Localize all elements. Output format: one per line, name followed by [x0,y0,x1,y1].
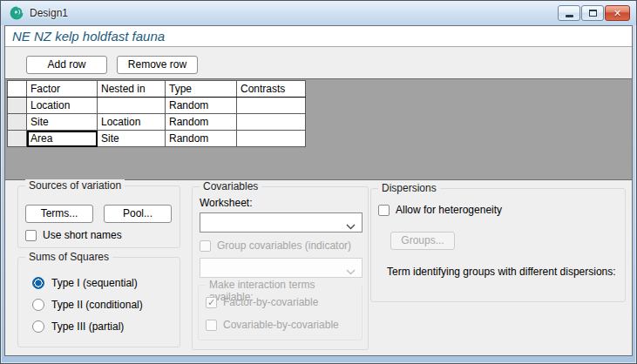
sources-of-variation-title: Sources of variation [25,179,125,192]
primer-spiral-icon [10,6,24,20]
sums-of-squares-title: Sums of Squares [25,251,112,263]
table-header-row: Factor Nested in Type Contrasts [8,81,306,98]
use-short-names-label: Use short names [43,229,122,241]
checkbox-icon [378,205,390,216]
factor-by-covariable-checkbox: ✓ Factor-by-covariable [206,296,318,308]
minimize-button[interactable] [558,5,580,21]
radio-icon [32,320,44,333]
allow-heterogeneity-label: Allow for heterogeneity [396,204,502,216]
dispersion-term-label: Term identifying groups with different d… [387,266,616,278]
allow-heterogeneity-checkbox[interactable]: Allow for heterogeneity [378,204,502,216]
worksheet-title-bar: NE NZ kelp holdfast fauna [5,26,632,47]
maximize-icon [589,10,597,17]
checkbox-icon [25,230,37,241]
cell-contrasts[interactable] [237,114,306,131]
window-title: Design1 [30,7,68,19]
sources-of-variation-group: Sources of variation Terms... Pool... Us… [17,185,180,248]
dispersions-title: Dispersions [378,182,440,194]
table-row: Location Random [8,98,306,114]
title-bar[interactable]: Design1 ✕ [1,1,636,25]
table-row: Area Site Random [8,131,306,147]
column-header-contrasts: Contrasts [237,81,306,98]
close-icon: ✕ [613,9,621,18]
pool-button[interactable]: Pool... [104,205,172,223]
checkbox-checked-icon: ✓ [206,297,217,308]
worksheet-dropdown[interactable] [200,212,363,233]
cell-type[interactable]: Random [166,114,237,131]
radio-icon [32,299,44,311]
factor-grid-area: Factor Nested in Type Contrasts Location… [5,78,632,180]
radio-type-iii-label: Type III (partial) [51,320,124,333]
maximize-button[interactable] [581,5,604,21]
cell-contrasts[interactable] [237,98,306,114]
column-header-type: Type [166,81,237,98]
checkbox-icon [200,240,211,252]
cell-nested-in[interactable] [98,98,166,114]
column-header-nested-in: Nested in [98,81,166,98]
terms-button[interactable]: Terms... [25,205,93,223]
factor-by-covariable-label: Factor-by-covariable [223,296,318,308]
cell-factor[interactable]: Location [27,98,98,114]
remove-row-button[interactable]: Remove row [117,56,198,74]
cell-contrasts[interactable] [237,131,306,147]
worksheet-label: Worksheet: [200,197,252,209]
cell-nested-in[interactable]: Location [98,114,166,131]
group-covariables-label: Group covariables (indicator) [217,239,351,252]
cell-factor[interactable]: Site [27,114,98,131]
radio-type-i[interactable]: Type I (sequential) [32,277,138,289]
cell-factor-selected[interactable]: Area [27,131,98,147]
dialog-content: NE NZ kelp holdfast fauna Add row Remove… [4,25,633,356]
column-header-factor: Factor [27,81,98,98]
dataset-title: NE NZ kelp holdfast fauna [12,29,165,44]
close-button[interactable]: ✕ [605,5,630,21]
radio-type-ii[interactable]: Type II (conditional) [32,299,143,311]
radio-selected-icon [32,277,44,289]
group-covariables-checkbox: Group covariables (indicator) [200,239,351,252]
dispersions-group: Dispersions Allow for heterogeneity Grou… [370,188,626,302]
covariables-group: Covariables Worksheet: Group covariables… [192,186,369,350]
covariable-by-covariable-checkbox: Covariable-by-covariable [206,319,339,331]
row-toolbar: Add row Remove row [5,48,632,78]
table-row: Site Location Random [8,114,306,131]
covariables-title: Covariables [200,180,261,192]
sums-of-squares-group: Sums of Squares Type I (sequential) Type… [17,257,180,347]
add-row-button[interactable]: Add row [26,56,107,74]
radio-type-iii[interactable]: Type III (partial) [32,320,124,333]
cell-type[interactable]: Random [166,131,237,147]
row-selector-header [8,81,27,98]
factor-table: Factor Nested in Type Contrasts Location… [7,80,306,147]
use-short-names-checkbox[interactable]: Use short names [25,229,122,241]
radio-type-i-label: Type I (sequential) [51,277,138,289]
row-selector[interactable] [8,98,27,114]
cell-nested-in[interactable]: Site [98,131,166,147]
minimize-icon [566,15,573,17]
chevron-down-icon [346,266,356,278]
row-selector[interactable] [8,114,27,131]
chevron-down-icon [346,220,356,233]
design-dialog-window: Design1 ✕ NE NZ kelp holdfast fauna Add … [0,0,637,364]
indicator-dropdown [200,258,363,278]
make-interaction-terms-group: Make interaction terms available: ✓ Fact… [198,285,363,340]
radio-type-ii-label: Type II (conditional) [51,299,143,311]
row-selector[interactable] [8,131,27,147]
checkbox-icon [206,320,217,331]
groups-button: Groups... [390,232,455,250]
cell-type[interactable]: Random [166,98,237,114]
covariable-by-covariable-label: Covariable-by-covariable [223,319,339,331]
